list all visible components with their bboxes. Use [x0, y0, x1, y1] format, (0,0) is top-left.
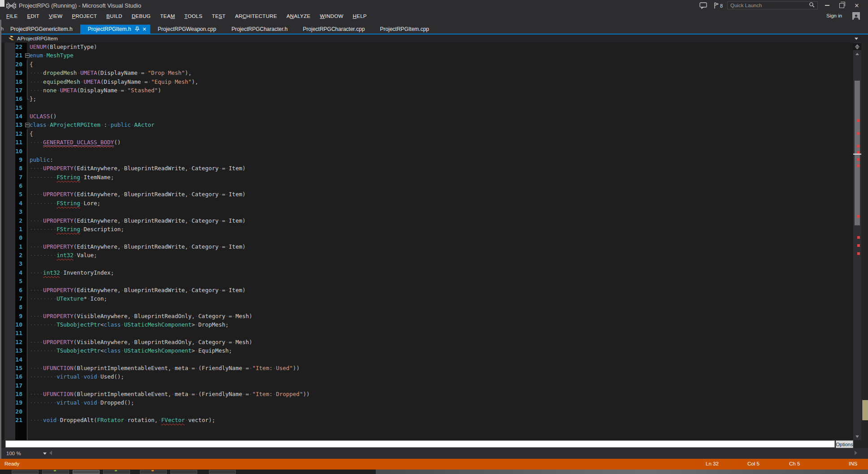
code-line[interactable]: 15····UFUNCTION(BlueprintImplementableEv…: [0, 364, 853, 372]
menu-item-window[interactable]: WINDOW: [320, 13, 343, 19]
code-line[interactable]: 14UCLASS(): [0, 112, 853, 121]
code-line[interactable]: 3: [0, 207, 853, 216]
menu-item-view[interactable]: VIEW: [49, 13, 63, 19]
code-line[interactable]: 7········UTexture*·Icon;: [0, 294, 853, 303]
code-line[interactable]: 3: [0, 259, 853, 268]
code-editor[interactable]: 22UENUM(BlueprintType)21enum·MeshType20{…: [0, 43, 853, 440]
command-bar-input[interactable]: [5, 440, 835, 448]
menu-item-help[interactable]: HELP: [353, 13, 367, 19]
menu-item-team[interactable]: TEAM: [160, 13, 175, 19]
fold-collapse-box[interactable]: [25, 121, 30, 129]
code-line[interactable]: 13class·AProjectRPGItem·:·public·AActor: [0, 121, 853, 129]
scroll-down-arrow[interactable]: [855, 435, 859, 438]
tab-projectrpggenericitem.h[interactable]: ProjectRPGGenericItem.h: [3, 25, 80, 34]
code-line[interactable]: 2········int32·Value;: [0, 251, 853, 259]
fold-collapse-box[interactable]: [25, 51, 30, 60]
code-line[interactable]: 6: [0, 181, 853, 190]
chevron-down-icon[interactable]: [855, 38, 858, 40]
tab-projectrpgitem.h[interactable]: ProjectRPGItem.h✕: [80, 25, 150, 34]
feedback-icon[interactable]: [699, 2, 707, 11]
menu-item-test[interactable]: TEST: [212, 13, 226, 19]
notifications-flag[interactable]: 8: [714, 2, 723, 9]
code-line[interactable]: 20{: [0, 60, 853, 69]
code-line[interactable]: 19········virtual·void·Dropped();: [0, 398, 853, 407]
code-line[interactable]: 5: [0, 277, 853, 285]
code-line[interactable]: 17····none·UMETA(DisplayName·=·"Stashed"…: [0, 86, 853, 95]
collapse-minus-icon[interactable]: [25, 123, 30, 127]
code-line[interactable]: 7········FString·ItemName;: [0, 173, 853, 181]
close-button[interactable]: ✕: [850, 0, 864, 11]
title-bar[interactable]: ProjectRPG (Running) - Microsoft Visual …: [0, 0, 868, 12]
scrollbar-error-mark[interactable]: [857, 252, 860, 255]
menu-item-tools[interactable]: TOOLS: [184, 13, 202, 19]
tab-projectrpgitem.cpp[interactable]: ProjectRPGItem.cpp: [373, 25, 437, 34]
menu-item-debug[interactable]: DEBUG: [132, 13, 151, 19]
code-line[interactable]: 9····UPROPERTY(VisibleAnywhere,·Blueprin…: [0, 312, 853, 320]
tab-projectrpgcharacter.h[interactable]: ProjectRPGCharacter.h: [224, 25, 295, 34]
code-line[interactable]: 1····UPROPERTY(EditAnywhere,·BlueprintRe…: [0, 242, 853, 251]
taskbar-button[interactable]: [170, 470, 197, 474]
navigation-bar[interactable]: AProjectRPGItem: [0, 34, 868, 43]
user-avatar[interactable]: [852, 12, 860, 20]
code-line[interactable]: 4····int32·InventoryIndex;: [0, 268, 853, 277]
menu-item-build[interactable]: BUILD: [106, 13, 122, 19]
code-line[interactable]: 5····UPROPERTY(EditAnywhere,·BlueprintRe…: [0, 190, 853, 198]
sign-in-link[interactable]: Sign in: [826, 13, 842, 18]
scroll-left-arrow[interactable]: [49, 451, 52, 455]
options-button[interactable]: Options: [836, 440, 853, 448]
code-line[interactable]: 16········virtual·void·Used();: [0, 372, 853, 381]
scroll-up-arrow[interactable]: [855, 53, 859, 55]
code-line[interactable]: 9public:: [0, 155, 853, 164]
code-line[interactable]: 15: [0, 103, 853, 112]
pin-icon[interactable]: [135, 26, 139, 32]
scrollbar-error-mark[interactable]: [857, 244, 860, 247]
taskbar-button[interactable]: [73, 470, 100, 474]
menu-item-file[interactable]: FILE: [6, 13, 18, 19]
scrollbar-error-mark[interactable]: [857, 215, 860, 218]
zoom-level-dropdown[interactable]: 100 %: [4, 449, 49, 457]
menu-item-architecture[interactable]: ARCHITECTURE: [235, 13, 277, 19]
scrollbar-error-mark[interactable]: [857, 151, 860, 154]
code-line[interactable]: 11: [0, 329, 853, 337]
code-line[interactable]: 11····GENERATED_UCLASS_BODY(): [0, 138, 853, 147]
code-line[interactable]: 16};: [0, 95, 853, 103]
code-line[interactable]: 13········TSubobjectPtr<class·UStaticMes…: [0, 346, 853, 355]
scrollbar-error-mark[interactable]: [857, 132, 860, 135]
code-line[interactable]: 22UENUM(BlueprintType): [0, 43, 853, 51]
scrollbar-error-mark[interactable]: [857, 119, 860, 122]
code-line[interactable]: 2····UPROPERTY(EditAnywhere,·BlueprintRe…: [0, 216, 853, 225]
code-line[interactable]: 21enum·MeshType: [0, 51, 853, 60]
code-line[interactable]: 12{: [0, 129, 853, 138]
close-tab-icon[interactable]: ✕: [142, 26, 146, 32]
code-line[interactable]: 4········FString·Lore;: [0, 199, 853, 207]
code-line[interactable]: 19····dropedMesh·UMETA(DisplayName·=·"Dr…: [0, 69, 853, 77]
restore-button[interactable]: [835, 0, 848, 11]
code-line[interactable]: 0: [0, 233, 853, 242]
code-line[interactable]: 20: [0, 407, 853, 416]
quick-launch-input[interactable]: Quick Launch: [727, 1, 818, 9]
code-line[interactable]: 18····UFUNCTION(BlueprintImplementableEv…: [0, 390, 853, 398]
code-line[interactable]: 12····UPROPERTY(VisibleAnywhere,·Bluepri…: [0, 338, 853, 346]
scrollbar-error-mark[interactable]: [857, 236, 860, 239]
menu-item-analyze[interactable]: ANALYZE: [286, 13, 311, 19]
menu-item-project[interactable]: PROJECT: [72, 13, 97, 19]
code-line[interactable]: 21····void·DroppedAlt(FRotator·rotation,…: [0, 416, 853, 424]
code-line[interactable]: 1········FString·Description;: [0, 225, 853, 233]
code-line[interactable]: 6····UPROPERTY(EditAnywhere,·BlueprintRe…: [0, 286, 853, 294]
split-editor-grip[interactable]: [853, 43, 861, 50]
code-line[interactable]: 8····UPROPERTY(EditAnywhere,·BlueprintRe…: [0, 164, 853, 172]
taskbar-button[interactable]: [209, 470, 236, 474]
scrollbar-error-mark[interactable]: [857, 145, 860, 147]
code-line[interactable]: 17: [0, 381, 853, 390]
code-line[interactable]: 14: [0, 355, 853, 364]
menu-item-edit[interactable]: EDIT: [27, 13, 39, 19]
minimize-button[interactable]: [820, 0, 834, 11]
tab-projectrpgcharacter.cpp[interactable]: ProjectRPGCharacter.cpp: [295, 25, 373, 34]
scrollbar-error-mark[interactable]: [857, 164, 860, 167]
code-line[interactable]: 10········TSubobjectPtr<class·UStaticMes…: [0, 320, 853, 329]
collapse-minus-icon[interactable]: [25, 53, 30, 58]
code-line[interactable]: 18····equipedMesh·UMETA(DisplayName·=·"E…: [0, 78, 853, 86]
scroll-right-arrow[interactable]: [855, 451, 857, 455]
code-line[interactable]: 8: [0, 303, 853, 311]
taskbar-button[interactable]: [12, 470, 39, 474]
